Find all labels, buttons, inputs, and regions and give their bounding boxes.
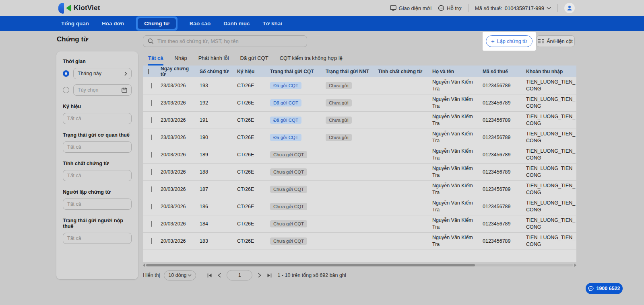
- time-custom-select[interactable]: Tùy chọn: [73, 84, 132, 96]
- nav-item-2[interactable]: Chứng từ: [138, 18, 175, 29]
- checkbox-cell: [143, 83, 157, 88]
- nnt-status-cell: Chưa gửi: [322, 99, 375, 106]
- income-cell: TIEN_LUONG_TIEN_CONG: [523, 182, 576, 196]
- nnt-status-cell: Chưa gửi: [322, 82, 375, 89]
- filter-select-1[interactable]: Tất cả: [63, 141, 132, 153]
- prev-page-button[interactable]: [218, 273, 221, 278]
- nnt-status-badge: Chưa gửi: [326, 82, 352, 89]
- support-button[interactable]: Hỗ trợ: [438, 5, 462, 11]
- page-number-input[interactable]: 1: [227, 270, 252, 280]
- cqt-status-cell: Chưa gửi CQT: [267, 151, 322, 158]
- name-cell: Nguyễn Văn Kiểm Tra: [429, 113, 479, 127]
- column-header: Khoản thu nhập: [523, 69, 576, 74]
- income-cell: TIEN_LUONG_TIEN_CONG: [523, 113, 576, 127]
- scrollbar-track[interactable]: [146, 264, 573, 266]
- create-document-button[interactable]: + Lập chứng từ: [486, 35, 533, 47]
- filter-label: Trạng thái gửi cơ quan thuế: [63, 132, 132, 138]
- user-avatar[interactable]: [564, 3, 575, 13]
- show-hide-columns-button[interactable]: Ẩn/Hiện cột: [536, 35, 575, 47]
- column-header: Trạng thái gửi NNT: [322, 69, 375, 74]
- column-header: Mã số thuế: [479, 69, 523, 74]
- cqt-status-cell: Chưa gửi CQT: [267, 203, 322, 210]
- nav-item-1[interactable]: Hóa đơn: [101, 18, 125, 29]
- row-checkbox[interactable]: [151, 204, 152, 209]
- row-checkbox[interactable]: [151, 169, 152, 175]
- logo-blue-leaf-icon: [58, 3, 64, 14]
- table-row: 23/03/2026191CT/26EĐã gửi CQTChưa gửiNgu…: [143, 112, 576, 129]
- date-cell: 20/03/2026: [157, 152, 196, 158]
- symbol-cell: CT/26E: [234, 186, 267, 192]
- name-cell: Nguyễn Văn Kiểm Tra: [429, 217, 479, 231]
- income-cell: TIEN_LUONG_TIEN_CONG: [523, 217, 576, 231]
- time-preset-select[interactable]: Tháng này: [73, 68, 132, 79]
- row-checkbox[interactable]: [151, 238, 152, 244]
- new-interface-button[interactable]: Giao diện mới: [390, 5, 432, 11]
- name-cell: Nguyễn Văn Kiểm Tra: [429, 182, 479, 196]
- filter-select-0[interactable]: Tất cả: [63, 113, 132, 124]
- column-header: Trạng thái gửi CQT: [267, 69, 322, 74]
- filter-placeholder: Tất cả: [67, 201, 81, 207]
- row-checkbox[interactable]: [151, 152, 152, 158]
- doc-number-cell: 191: [196, 117, 234, 123]
- filter-group-2: Tính chất chứng từTất cả: [63, 161, 132, 181]
- kiotviet-logo[interactable]: KiotViet: [58, 3, 100, 14]
- filter-placeholder: Tất cả: [67, 173, 81, 178]
- radio-selected[interactable]: [63, 70, 69, 77]
- row-checkbox[interactable]: [151, 83, 152, 88]
- date-cell: 23/03/2026: [157, 83, 196, 88]
- row-checkbox[interactable]: [151, 135, 152, 140]
- records-summary: 1 - 10 trên tổng số 692 bản ghi: [277, 272, 346, 278]
- row-checkbox[interactable]: [151, 186, 152, 192]
- show-label: Hiển thị: [143, 272, 160, 278]
- create-document-label: Lập chứng từ: [497, 39, 527, 44]
- nnt-status-badge: Chưa gửi: [326, 117, 352, 124]
- row-checkbox[interactable]: [151, 221, 152, 227]
- nav-item-5[interactable]: Tờ khai: [262, 18, 283, 29]
- tab-4[interactable]: CQT kiểm tra không hợp lệ: [280, 55, 343, 66]
- search-input[interactable]: Tìm theo số chứng từ, MST, họ tên: [143, 35, 307, 47]
- nav-item-0[interactable]: Tổng quan: [60, 18, 90, 29]
- filter-select-3[interactable]: Tất cả: [63, 199, 132, 210]
- scrollbar-thumb[interactable]: [146, 264, 475, 266]
- row-checkbox[interactable]: [151, 117, 152, 123]
- table-row: 20/03/2026188CT/26EChưa gửi CQTNguyễn Vă…: [143, 164, 576, 181]
- first-page-button[interactable]: [207, 273, 212, 278]
- income-cell: TIEN_LUONG_TIEN_CONG: [523, 200, 576, 213]
- table-row: 23/03/2026190CT/26EĐã gửi CQTChưa gửiNgu…: [143, 129, 576, 146]
- last-page-button[interactable]: [267, 273, 272, 278]
- filter-group-3: Người lập chứng từTất cả: [63, 189, 132, 210]
- tab-2[interactable]: Phát hành lỗi: [198, 55, 229, 66]
- scroll-right-arrow-icon[interactable]: [574, 264, 576, 267]
- hotline-chat-button[interactable]: 1900 6522: [586, 283, 623, 294]
- filter-select-2[interactable]: Tất cả: [63, 170, 132, 181]
- nav-item-4[interactable]: Danh mục: [223, 18, 250, 29]
- row-checkbox[interactable]: [151, 100, 152, 106]
- nnt-status-badge: Chưa gửi: [326, 99, 352, 106]
- doc-number-cell: 193: [196, 83, 234, 88]
- nav-item-3[interactable]: Báo cáo: [189, 18, 212, 29]
- date-cell: 23/03/2026: [157, 100, 196, 106]
- hotline-number: 1900 6522: [596, 286, 620, 291]
- date-cell: 20/03/2026: [157, 186, 196, 192]
- select-all-checkbox[interactable]: [148, 69, 149, 74]
- page-title: Chứng từ: [57, 35, 88, 43]
- name-cell: Nguyễn Văn Kiểm Tra: [429, 234, 479, 248]
- next-page-button[interactable]: [258, 273, 261, 278]
- person-icon: [566, 5, 573, 11]
- tab-0[interactable]: Tất cả: [148, 55, 163, 66]
- date-cell: 23/03/2026: [157, 135, 196, 140]
- filter-group-1: Trạng thái gửi cơ quan thuếTất cả: [63, 132, 132, 153]
- horizontal-scrollbar[interactable]: [143, 263, 576, 267]
- radio-unselected[interactable]: [63, 87, 69, 93]
- name-cell: Nguyễn Văn Kiểm Tra: [429, 131, 479, 144]
- cqt-status-badge: Chưa gửi CQT: [270, 168, 307, 176]
- income-cell: TIEN_LUONG_TIEN_CONG: [523, 79, 576, 92]
- tab-3[interactable]: Đã gửi CQT: [240, 55, 268, 66]
- scroll-left-arrow-icon[interactable]: [143, 264, 145, 267]
- filter-select-4[interactable]: Tất cả: [63, 233, 132, 244]
- table-row: 20/03/2026186CT/26EChưa gửi CQTNguyễn Vă…: [143, 198, 576, 215]
- page-size-select[interactable]: 10 dòng: [164, 270, 196, 280]
- symbol-cell: CT/26E: [234, 204, 267, 209]
- tax-code-selector[interactable]: Mã số thuế: 0104359717-999: [475, 5, 551, 11]
- tab-1[interactable]: Nháp: [175, 55, 187, 66]
